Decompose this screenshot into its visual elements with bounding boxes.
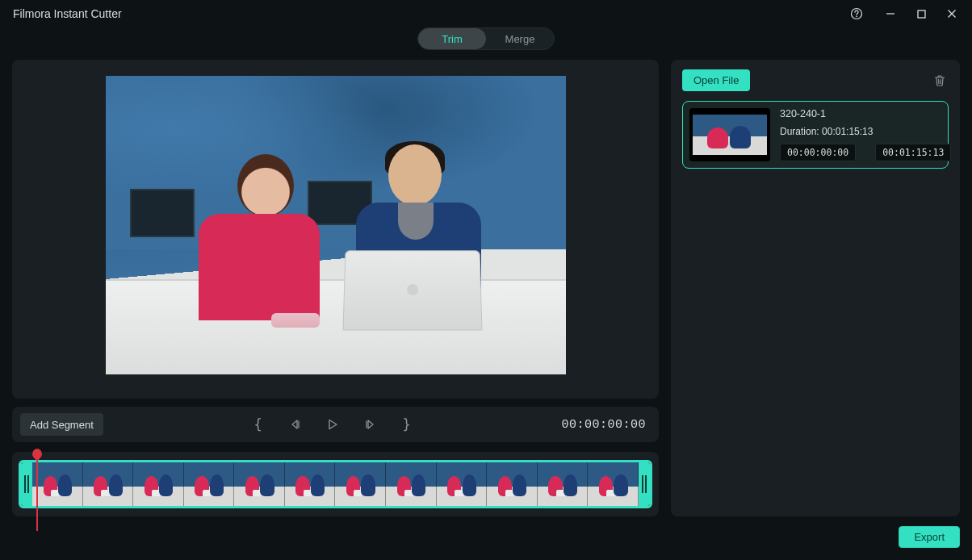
mode-tabs-container: Trim Merge: [0, 27, 972, 60]
help-button[interactable]: [843, 2, 870, 25]
filmstrip-thumb: [32, 462, 83, 506]
svg-marker-8: [329, 420, 337, 429]
mark-in-button[interactable]: {: [251, 417, 266, 432]
svg-marker-6: [292, 420, 297, 428]
video-frame: [106, 76, 566, 374]
play-icon: [326, 418, 339, 431]
add-segment-button[interactable]: Add Segment: [20, 413, 103, 436]
timeline[interactable]: [12, 452, 659, 516]
play-button[interactable]: [325, 417, 340, 432]
filmstrip-thumb: [285, 462, 336, 506]
clip-thumbnail: [689, 108, 770, 161]
clip-name: 320-240-1: [780, 108, 951, 119]
video-preview[interactable]: [12, 60, 659, 399]
filmstrip-thumb: [335, 462, 386, 506]
filmstrip-thumb: [487, 462, 538, 506]
clip-timecode-row: 00:00:00:00 00:01:15:13: [780, 144, 951, 161]
footer: Export: [0, 526, 972, 560]
current-timecode: 00:00:00:00: [561, 418, 646, 432]
mark-out-button[interactable]: }: [400, 417, 414, 432]
close-icon: [947, 9, 957, 19]
clip-duration: Duration: 00:01:15:13: [780, 126, 951, 137]
svg-marker-9: [368, 420, 373, 428]
next-frame-icon: [364, 419, 375, 430]
trim-handle-left[interactable]: [21, 462, 32, 506]
filmstrip-thumb: [234, 462, 285, 506]
delete-button[interactable]: [931, 72, 949, 90]
filmstrip-thumb: [437, 462, 488, 506]
filmstrip: [32, 462, 639, 506]
close-button[interactable]: [938, 2, 966, 25]
app-title: Filmora Instant Cutter: [13, 7, 122, 20]
clips-list: 320-240-1 Duration: 00:01:15:13 00:00:00…: [671, 101, 960, 516]
mode-tabs: Trim Merge: [417, 27, 555, 50]
filmstrip-thumb: [588, 462, 639, 506]
titlebar: Filmora Instant Cutter: [0, 0, 972, 27]
minimize-icon: [886, 9, 895, 19]
maximize-button[interactable]: [907, 2, 935, 25]
minimize-button[interactable]: [877, 2, 904, 25]
prev-frame-icon: [290, 419, 301, 430]
left-column: Add Segment { } 00:00:00:00: [12, 60, 659, 516]
tab-trim[interactable]: Trim: [418, 28, 486, 49]
sidebar-header: Open File: [671, 60, 960, 101]
trash-icon: [933, 74, 946, 87]
clip-duration-label: Duration:: [780, 126, 819, 137]
playhead[interactable]: [36, 445, 37, 531]
playback-control-bar: Add Segment { } 00:00:00:00: [12, 407, 659, 442]
next-frame-button[interactable]: [362, 417, 377, 432]
export-button[interactable]: Export: [899, 526, 960, 548]
clip-in-timecode[interactable]: 00:00:00:00: [780, 144, 856, 161]
filmstrip-thumb: [133, 462, 184, 506]
content-row: Add Segment { } 00:00:00:00: [0, 60, 972, 526]
playback-controls: { }: [110, 417, 555, 432]
maximize-icon: [917, 10, 926, 19]
filmstrip-thumb: [386, 462, 437, 506]
clip-info: 320-240-1 Duration: 00:01:15:13 00:00:00…: [780, 108, 951, 161]
clip-out-timecode[interactable]: 00:01:15:13: [875, 144, 951, 161]
prev-frame-button[interactable]: [288, 417, 303, 432]
help-icon: [850, 7, 863, 20]
tab-merge[interactable]: Merge: [486, 28, 554, 49]
timeline-clip[interactable]: [19, 460, 652, 508]
filmstrip-thumb: [538, 462, 589, 506]
filmstrip-thumb: [184, 462, 235, 506]
app-window: Filmora Instant Cutter Trim Merge: [0, 0, 972, 560]
svg-point-1: [856, 16, 857, 18]
clip-duration-value: 00:01:15:13: [822, 126, 873, 137]
open-file-button[interactable]: Open File: [682, 69, 750, 91]
svg-rect-3: [918, 10, 925, 18]
trim-handle-right[interactable]: [639, 462, 650, 506]
clip-card[interactable]: 320-240-1 Duration: 00:01:15:13 00:00:00…: [682, 101, 949, 169]
window-controls: [843, 2, 966, 25]
right-column: Open File 320-240-1: [671, 60, 960, 516]
filmstrip-thumb: [83, 462, 134, 506]
